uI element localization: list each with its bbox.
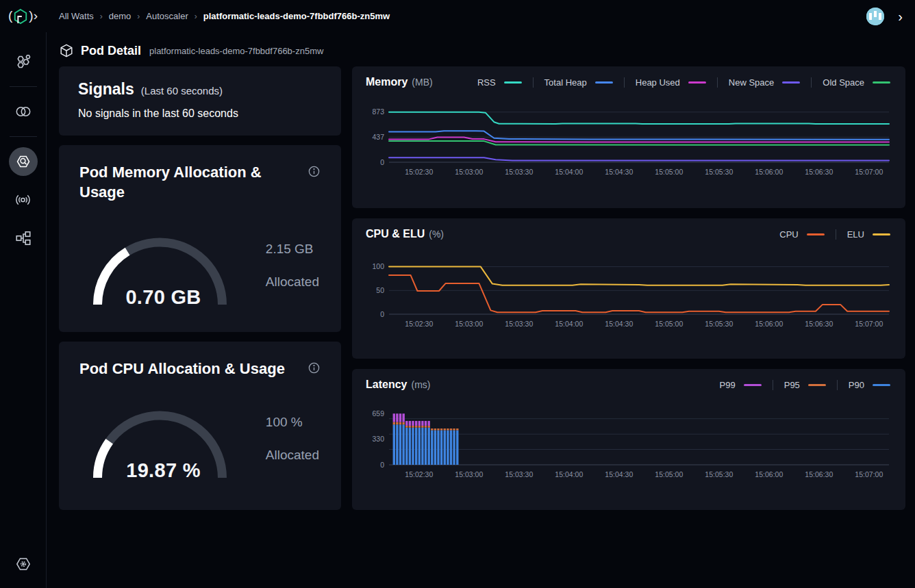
svg-text:0: 0 — [380, 310, 384, 318]
legend-swatch-icon — [504, 81, 522, 84]
cpu-gauge: 19.87 % — [79, 394, 240, 483]
legend-label: P90 — [849, 380, 864, 390]
sidebar-item-pod-inspect[interactable] — [9, 147, 38, 176]
sidebar-item-settings[interactable] — [9, 550, 38, 578]
svg-text:15:07:00: 15:07:00 — [855, 320, 883, 328]
svg-text:50: 50 — [376, 286, 384, 294]
pod-cpu-title: Pod CPU Allocation & Usage — [79, 359, 301, 379]
latency-chart-legend: P99P95P90 — [709, 380, 892, 390]
taxonomy-icon — [14, 53, 32, 71]
svg-text:15:05:30: 15:05:30 — [705, 320, 733, 328]
memory-chart-unit: (MB) — [412, 77, 432, 88]
pod-inspect-icon — [15, 153, 32, 170]
legend-item-cpu: CPU — [768, 229, 835, 240]
legend-swatch-icon — [688, 81, 706, 84]
breadcrumb-pod[interactable]: platformatic-leads-demo-7fbbdf766b-zn5mw — [203, 11, 390, 21]
signals-title: Signals — [78, 80, 134, 99]
pod-cpu-panel: Pod CPU Allocation & Usage — [59, 342, 341, 510]
info-icon[interactable] — [308, 361, 321, 379]
svg-text:15:05:00: 15:05:00 — [655, 320, 683, 328]
svg-text:15:04:30: 15:04:30 — [605, 320, 633, 328]
logo-right-paren-icon: )› — [29, 8, 38, 23]
legend-item-p90: P90 — [837, 380, 892, 390]
legend-swatch-icon — [782, 81, 800, 84]
collapse-panel-chevron-icon[interactable]: › — [897, 10, 904, 23]
memory-allocated-label: Allocated — [266, 274, 319, 290]
svg-text:15:04:00: 15:04:00 — [555, 168, 583, 176]
memory-gauge: 0.70 GB — [79, 221, 240, 310]
svg-text:15:03:30: 15:03:30 — [505, 320, 533, 328]
cpu-allocated-value: 100 % — [266, 415, 319, 430]
sidebar-divider — [10, 136, 37, 137]
legend-label: RSS — [477, 77, 496, 88]
sidebar-divider — [10, 86, 37, 87]
pod-cube-icon — [59, 43, 74, 58]
sidebar-item-taxonomy[interactable] — [9, 47, 38, 76]
svg-text:15:06:00: 15:06:00 — [755, 320, 783, 328]
svg-text:100: 100 — [372, 262, 384, 270]
top-bar: ( )› All Watts › demo › Autoscaler › pla… — [0, 0, 915, 32]
svg-text:15:04:00: 15:04:00 — [555, 320, 583, 328]
legend-swatch-icon — [873, 384, 890, 386]
sidebar-nav — [0, 32, 47, 588]
svg-text:15:03:30: 15:03:30 — [505, 168, 533, 176]
user-avatar[interactable] — [866, 8, 884, 25]
legend-label: Old Space — [823, 77, 864, 88]
svg-text:15:05:00: 15:05:00 — [655, 168, 683, 176]
logo-left-paren-icon: ( — [8, 8, 12, 23]
svg-text:15:04:30: 15:04:30 — [605, 470, 633, 478]
cpu-elu-chart-unit: (%) — [429, 229, 444, 240]
sidebar-item-signals[interactable] — [9, 186, 38, 214]
legend-label: P95 — [784, 380, 800, 390]
svg-text:15:05:00: 15:05:00 — [655, 470, 683, 478]
breadcrumb-all-watts[interactable]: All Watts — [59, 11, 94, 21]
cpu-gauge-value: 19.87 % — [86, 459, 240, 482]
logo-hexagon-icon — [13, 8, 28, 25]
latency-chart-title: Latency — [366, 379, 407, 391]
memory-chart: 873437015:02:3015:03:0015:03:3015:04:001… — [366, 98, 892, 179]
cpu-elu-chart-title: CPU & ELU — [366, 228, 425, 240]
breadcrumb-autoscaler[interactable]: Autoscaler — [146, 11, 188, 21]
svg-text:15:04:00: 15:04:00 — [555, 470, 583, 478]
memory-chart-panel: Memory (MB) RSSTotal HeapHeap UsedNew Sp… — [352, 66, 905, 208]
settings-icon — [14, 555, 32, 573]
sidebar-item-services[interactable] — [9, 224, 38, 253]
sidebar-item-watts[interactable] — [9, 97, 38, 126]
legend-label: CPU — [779, 229, 798, 240]
svg-text:15:03:00: 15:03:00 — [455, 168, 483, 176]
svg-text:15:06:00: 15:06:00 — [755, 168, 783, 176]
svg-text:15:06:30: 15:06:30 — [805, 168, 833, 176]
pod-memory-title: Pod Memory Allocation & Usage — [79, 163, 301, 202]
legend-swatch-icon — [873, 81, 890, 84]
legend-item-elu: ELU — [836, 229, 892, 240]
pod-memory-panel: Pod Memory Allocation & Usage — [59, 145, 341, 332]
legend-swatch-icon — [808, 384, 826, 386]
breadcrumb: All Watts › demo › Autoscaler › platform… — [59, 11, 390, 21]
svg-text:15:06:30: 15:06:30 — [805, 470, 833, 478]
latency-chart-unit: (ms) — [411, 379, 430, 390]
svg-text:659: 659 — [372, 409, 384, 418]
svg-text:15:05:30: 15:05:30 — [705, 470, 733, 478]
latency-chart-panel: Latency (ms) P99P95P90 659330015:02:3015… — [352, 369, 905, 510]
legend-item-new-space: New Space — [717, 77, 811, 88]
svg-text:15:07:00: 15:07:00 — [855, 470, 883, 478]
svg-text:15:04:30: 15:04:30 — [605, 168, 633, 176]
info-icon[interactable] — [308, 165, 321, 202]
page-title: Pod Detail — [81, 44, 141, 58]
breadcrumb-chevron-icon: › — [137, 12, 140, 21]
legend-item-old-space: Old Space — [811, 77, 892, 88]
breadcrumb-demo[interactable]: demo — [109, 11, 131, 21]
svg-text:15:03:30: 15:03:30 — [505, 470, 533, 478]
svg-text:437: 437 — [372, 133, 384, 141]
platformatic-logo[interactable]: ( )› — [8, 8, 44, 25]
memory-chart-legend: RSSTotal HeapHeap UsedNew SpaceOld Space — [466, 77, 892, 88]
breadcrumb-chevron-icon: › — [100, 12, 103, 21]
page-header: Pod Detail platformatic-leads-demo-7fbbd… — [59, 43, 905, 58]
page-subtitle: platformatic-leads-demo-7fbbdf766b-zn5mw — [149, 46, 323, 56]
svg-text:15:02:30: 15:02:30 — [405, 320, 433, 328]
legend-label: New Space — [729, 77, 774, 88]
memory-gauge-value: 0.70 GB — [86, 286, 240, 309]
memory-allocated-value: 2.15 GB — [266, 242, 319, 257]
svg-text:15:03:00: 15:03:00 — [455, 470, 483, 478]
legend-item-p95: P95 — [773, 380, 837, 390]
